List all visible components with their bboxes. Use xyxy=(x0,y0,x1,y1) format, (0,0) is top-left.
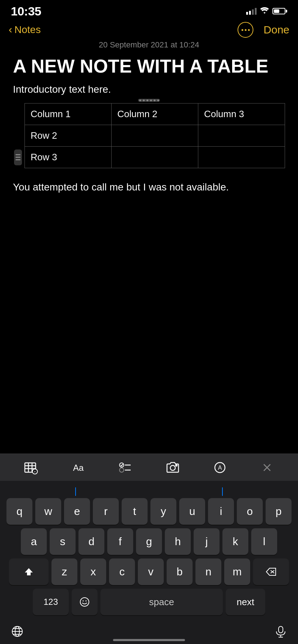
note-body-text[interactable]: You attempted to call me but I was not a… xyxy=(13,180,285,195)
svg-point-22 xyxy=(86,601,87,602)
battery-icon xyxy=(272,8,287,14)
drag-dots xyxy=(139,100,159,101)
globe-icon[interactable] xyxy=(11,625,24,638)
table-cell-r3c1[interactable]: Row 3 xyxy=(25,147,112,168)
key-row-1: q w e r t y u i o p xyxy=(1,498,297,525)
more-options-button[interactable] xyxy=(238,22,253,38)
svg-text:A: A xyxy=(218,465,222,471)
key-row-2: a s d f g h j k l xyxy=(1,528,297,555)
key-d[interactable]: d xyxy=(78,528,104,555)
key-c[interactable]: c xyxy=(109,558,135,585)
cursor-left xyxy=(75,487,76,496)
toolbar-camera-button[interactable] xyxy=(163,457,183,478)
mic-icon[interactable] xyxy=(274,625,287,638)
nav-actions: Done xyxy=(238,22,289,38)
toolbar-close-button[interactable] xyxy=(257,457,277,478)
keyboard-toolbar: + Aa A xyxy=(0,454,298,481)
signal-icon xyxy=(246,8,257,15)
more-dot-2 xyxy=(245,29,247,31)
key-v[interactable]: v xyxy=(138,558,164,585)
keyboard: q w e r t y u i o p a s d f g h j k l xyxy=(0,481,298,644)
key-e[interactable]: e xyxy=(64,498,90,525)
key-r[interactable]: r xyxy=(93,498,119,525)
key-a[interactable]: a xyxy=(21,528,47,555)
table-row: Row 3 xyxy=(25,147,285,168)
key-i[interactable]: i xyxy=(208,498,234,525)
key-n[interactable]: n xyxy=(195,558,221,585)
key-o[interactable]: o xyxy=(237,498,263,525)
key-z[interactable]: z xyxy=(51,558,77,585)
svg-point-10 xyxy=(119,468,124,472)
table-cell-r2c1[interactable]: Row 2 xyxy=(25,125,112,147)
table-drag-handle-bar xyxy=(13,99,285,102)
svg-point-8 xyxy=(119,463,124,467)
nav-bar: ‹ Notes Done xyxy=(0,19,298,40)
svg-point-13 xyxy=(176,465,177,466)
cursor-right xyxy=(222,487,223,496)
key-f[interactable]: f xyxy=(107,528,133,555)
key-j[interactable]: j xyxy=(194,528,220,555)
table-cell-r3c3[interactable] xyxy=(198,147,285,168)
key-emoji[interactable] xyxy=(72,589,98,615)
key-next[interactable]: next xyxy=(226,589,265,615)
key-numbers[interactable]: 123 xyxy=(33,589,69,615)
key-s[interactable]: s xyxy=(50,528,76,555)
svg-text:+: + xyxy=(34,470,36,474)
toolbar-checklist-button[interactable] xyxy=(115,457,135,478)
key-b[interactable]: b xyxy=(167,558,193,585)
key-q[interactable]: q xyxy=(6,498,32,525)
table-header-col2[interactable]: Column 2 xyxy=(112,104,198,125)
more-dot-3 xyxy=(248,29,250,31)
done-button[interactable]: Done xyxy=(263,24,289,36)
back-chevron-icon: ‹ xyxy=(9,23,12,36)
note-title[interactable]: A NEW NOTE WITH A TABLE xyxy=(13,56,285,77)
status-bar: 10:35 xyxy=(0,0,298,19)
back-label: Notes xyxy=(14,24,41,36)
key-m[interactable]: m xyxy=(224,558,250,585)
key-h[interactable]: h xyxy=(165,528,191,555)
key-u[interactable]: u xyxy=(179,498,205,525)
svg-rect-28 xyxy=(279,626,283,633)
home-indicator xyxy=(113,639,185,641)
key-l[interactable]: l xyxy=(251,528,277,555)
key-k[interactable]: k xyxy=(222,528,248,555)
table-header-col3[interactable]: Column 3 xyxy=(198,104,285,125)
table-cell-r3c2[interactable] xyxy=(112,147,198,168)
row-handle-indicator[interactable] xyxy=(14,150,22,165)
toolbar-format-button[interactable]: Aa xyxy=(68,457,88,478)
keyboard-rows: q w e r t y u i o p a s d f g h j k l xyxy=(0,498,298,615)
toolbar-sketch-button[interactable]: A xyxy=(210,457,230,478)
table-drag-handle[interactable] xyxy=(138,99,160,102)
back-button[interactable]: ‹ Notes xyxy=(9,24,41,36)
more-dot-1 xyxy=(241,29,243,31)
key-space[interactable]: space xyxy=(100,589,223,615)
svg-point-12 xyxy=(170,465,175,470)
note-table[interactable]: Column 1 Column 2 Column 3 Row 2 Row 3 xyxy=(24,103,285,168)
wifi-icon xyxy=(260,7,269,15)
key-p[interactable]: p xyxy=(266,498,292,525)
svg-point-20 xyxy=(80,598,89,606)
svg-point-21 xyxy=(83,601,84,602)
table-cell-r2c2[interactable] xyxy=(112,125,198,147)
table-header-col1[interactable]: Column 1 xyxy=(25,104,112,125)
toolbar-table-button[interactable]: + xyxy=(21,457,41,478)
key-y[interactable]: y xyxy=(150,498,176,525)
key-x[interactable]: x xyxy=(80,558,106,585)
key-shift[interactable] xyxy=(9,558,49,585)
note-content: 20 September 2021 at 10:24 A NEW NOTE WI… xyxy=(0,40,298,195)
table-header-row: Column 1 Column 2 Column 3 xyxy=(25,104,285,125)
note-intro[interactable]: Introductory text here. xyxy=(13,84,285,95)
status-time: 10:35 xyxy=(11,4,41,18)
svg-text:Aa: Aa xyxy=(73,463,84,473)
key-row-3: z x c v b n m xyxy=(1,558,297,585)
keyboard-cursor-row xyxy=(0,481,298,498)
key-t[interactable]: t xyxy=(122,498,148,525)
status-icons xyxy=(246,7,287,15)
key-row-4: 123 space next xyxy=(1,589,297,615)
key-w[interactable]: w xyxy=(35,498,61,525)
key-backspace[interactable] xyxy=(253,558,289,585)
note-date: 20 September 2021 at 10:24 xyxy=(13,40,285,50)
table-row: Row 2 xyxy=(25,125,285,147)
table-cell-r2c3[interactable] xyxy=(198,125,285,147)
key-g[interactable]: g xyxy=(136,528,162,555)
